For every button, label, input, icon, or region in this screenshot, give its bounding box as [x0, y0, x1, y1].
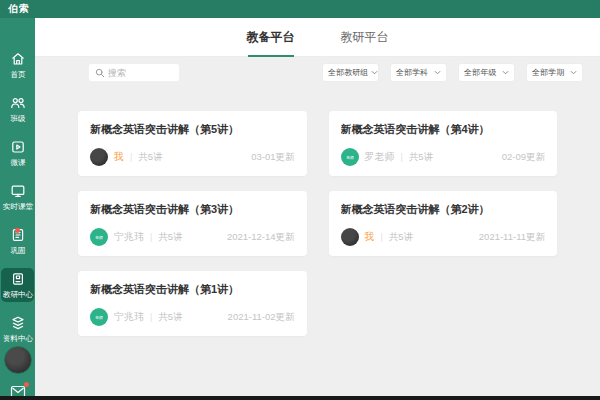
- chevron-down-icon: [434, 70, 441, 75]
- course-card[interactable]: 新概念英语突击讲解（第5讲） 我 | 共5讲 03-01更新: [78, 111, 307, 176]
- updated-date: 03-01更新: [251, 151, 294, 164]
- meta-divider: |: [150, 232, 152, 242]
- video-icon: [10, 139, 26, 155]
- sidebar-item-consolidate[interactable]: 巩固: [1, 224, 34, 258]
- course-meta: 老师 宁兆玮 | 共5讲 2021-12-14更新: [90, 228, 295, 246]
- sidebar-item-label: 教研中心: [2, 289, 32, 299]
- course-card[interactable]: 新概念英语突击讲解（第2讲） 我 | 共5讲 2021-11-11更新: [329, 191, 558, 256]
- course-card[interactable]: 新概念英语突击讲解（第1讲） 老师 宁兆玮 | 共5讲 2021-11-02更新: [78, 271, 307, 336]
- sidebar-item-class[interactable]: 班级: [1, 92, 34, 126]
- search-input[interactable]: [108, 68, 173, 78]
- course-meta: 我 | 共5讲 03-01更新: [90, 148, 295, 166]
- research-icon: [10, 271, 26, 287]
- owner-avatar: 老师: [90, 228, 108, 246]
- course-card-grid: 新概念英语突击讲解（第5讲） 我 | 共5讲 03-01更新 新概念英语突击讲解…: [78, 111, 557, 336]
- course-meta: 老师 罗老师 | 共5讲 02-09更新: [341, 148, 546, 166]
- filter-subject-select[interactable]: 全部学科: [390, 63, 447, 82]
- updated-date: 2021-11-02更新: [228, 311, 295, 324]
- tab-teaching-research-platform[interactable]: 教研平台: [341, 18, 389, 57]
- sidebar-item-home[interactable]: 首页: [1, 48, 34, 82]
- meta-divider: |: [150, 312, 152, 322]
- lesson-count: 共5讲: [389, 231, 413, 244]
- sidebar: 首页 班级 微课 实时课堂 巩固: [0, 18, 35, 396]
- owner-avatar: [341, 228, 359, 246]
- course-title: 新概念英语突击讲解（第3讲）: [90, 202, 295, 217]
- sidebar-item-research-center[interactable]: 教研中心: [1, 268, 34, 302]
- course-card[interactable]: 新概念英语突击讲解（第4讲） 老师 罗老师 | 共5讲 02-09更新: [329, 111, 558, 176]
- sidebar-item-label: 实时课堂: [2, 201, 32, 211]
- lesson-count: 共5讲: [409, 151, 433, 164]
- course-title: 新概念英语突击讲解（第5讲）: [90, 122, 295, 137]
- lesson-count: 共5讲: [158, 311, 182, 324]
- updated-date: 2021-12-14更新: [227, 231, 295, 244]
- course-meta: 我 | 共5讲 2021-11-11更新: [341, 228, 546, 246]
- top-bar: 伯索: [0, 0, 600, 18]
- filter-grade-select[interactable]: 全部年级: [458, 63, 515, 82]
- toolbar: 全部教研组 全部学科 全部年级 全部学期: [88, 63, 583, 82]
- sidebar-item-library-center[interactable]: 资料中心: [1, 312, 34, 346]
- owner-name: 罗老师: [365, 150, 395, 164]
- sidebar-item-live-classroom[interactable]: 实时课堂: [1, 180, 34, 214]
- lesson-count: 共5讲: [158, 231, 182, 244]
- notification-dot: [24, 382, 29, 387]
- search-box[interactable]: [88, 63, 180, 82]
- owner-avatar: 老师: [90, 308, 108, 326]
- app-logo: 伯索: [8, 2, 30, 16]
- course-title: 新概念英语突击讲解（第4讲）: [341, 122, 546, 137]
- sidebar-item-label: 巩固: [10, 245, 25, 255]
- sidebar-item-label: 微课: [10, 157, 25, 167]
- main-area: 教备平台 教研平台 全部教研组 全部学科 全部年级 全部学期: [35, 18, 600, 396]
- updated-date: 02-09更新: [502, 151, 545, 164]
- users-icon: [10, 95, 26, 111]
- chevron-down-icon: [502, 70, 509, 75]
- sidebar-item-label: 首页: [10, 69, 25, 79]
- filter-research-group-select[interactable]: 全部教研组: [322, 63, 379, 82]
- sidebar-nav: 首页 班级 微课 实时课堂 巩固: [0, 48, 35, 346]
- sidebar-item-label: 资料中心: [2, 333, 32, 343]
- meta-divider: |: [381, 232, 383, 242]
- notification-dot: [15, 228, 20, 233]
- course-card[interactable]: 新概念英语突击讲解（第3讲） 老师 宁兆玮 | 共5讲 2021-12-14更新: [78, 191, 307, 256]
- owner-name: 我: [365, 230, 375, 244]
- course-title: 新概念英语突击讲解（第2讲）: [341, 202, 546, 217]
- chevron-down-icon: [371, 70, 378, 75]
- filter-group: 全部教研组 全部学科 全部年级 全部学期: [322, 63, 583, 82]
- owner-avatar: [90, 148, 108, 166]
- filter-semester-select[interactable]: 全部学期: [526, 63, 583, 82]
- owner-name: 我: [114, 150, 124, 164]
- home-icon: [10, 51, 26, 67]
- tab-teaching-prep-platform[interactable]: 教备平台: [247, 18, 295, 57]
- updated-date: 2021-11-11更新: [479, 231, 545, 244]
- screen-icon: [10, 183, 26, 199]
- tab-bar: 教备平台 教研平台: [35, 18, 600, 57]
- library-icon: [10, 315, 26, 331]
- bottom-border: [0, 396, 600, 400]
- notebook-icon: [10, 227, 26, 243]
- course-meta: 老师 宁兆玮 | 共5讲 2021-11-02更新: [90, 308, 295, 326]
- sidebar-item-microcourse[interactable]: 微课: [1, 136, 34, 170]
- course-title: 新概念英语突击讲解（第1讲）: [90, 282, 295, 297]
- meta-divider: |: [130, 152, 132, 162]
- owner-name: 宁兆玮: [114, 310, 144, 324]
- owner-name: 宁兆玮: [114, 230, 144, 244]
- meta-divider: |: [401, 152, 403, 162]
- lesson-count: 共5讲: [138, 151, 162, 164]
- sidebar-bottom: [4, 346, 32, 399]
- owner-avatar: 老师: [341, 148, 359, 166]
- chevron-down-icon: [570, 70, 577, 75]
- user-avatar[interactable]: [4, 346, 32, 374]
- search-icon: [95, 68, 105, 78]
- sidebar-item-label: 班级: [10, 113, 25, 123]
